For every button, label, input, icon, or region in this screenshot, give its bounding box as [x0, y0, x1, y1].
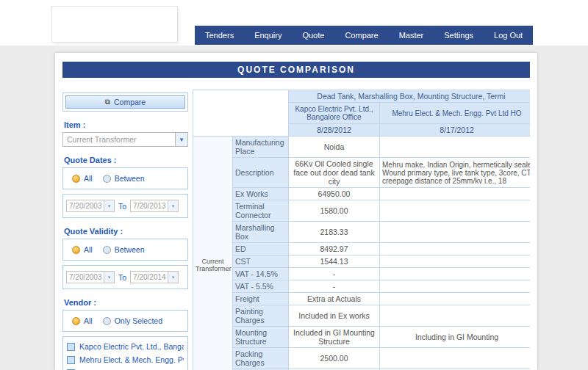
nav-item-master[interactable]: Master	[389, 26, 434, 45]
row-label-cell: Packing Charges	[233, 348, 289, 369]
quote-validity-between-radio[interactable]	[103, 246, 111, 254]
value-cell: Included in GI Mounting Structure	[289, 327, 380, 348]
value-cell: Included in Ex works	[289, 305, 380, 327]
comparison-table-viewport: Dead Tank, Marshalling Box, Mounting Str…	[193, 90, 530, 370]
row-label-cell: VAT - 14.5%	[233, 268, 289, 280]
vendor-list-item[interactable]: Southern Power Equipment Company P	[65, 366, 186, 370]
row-label-cell: Manufacturing Place	[233, 137, 289, 158]
quote-validity-all-radio[interactable]	[72, 246, 80, 254]
quote-validity-from-value: 7/20/2003	[67, 272, 104, 283]
value-cell	[380, 348, 531, 369]
chevron-down-icon[interactable]: ▾	[104, 272, 114, 283]
quote-validity-label: Quote Validity :	[64, 227, 187, 236]
quote-dates-all-radio[interactable]	[72, 175, 80, 183]
value-cell	[380, 305, 531, 327]
quote-dates-range: 7/20/2003 ▾ To 7/20/2013 ▾	[62, 194, 188, 218]
value-cell	[380, 280, 531, 293]
table-corner-cell	[193, 90, 289, 137]
value-cell	[380, 268, 531, 280]
value-cell: Noida	[289, 137, 380, 158]
table-row: Description 66Kv Oil Cooled single face …	[193, 158, 531, 188]
row-label-cell: Ex Works	[233, 188, 289, 200]
value-cell	[380, 243, 531, 255]
vendor-list-item[interactable]: Mehru Elect. & Mech. Engg. Pvt Ltd HO	[65, 353, 186, 366]
spec-header-cell: Dead Tank, Marshalling Box, Mounting Str…	[289, 90, 531, 103]
value-cell: -	[289, 280, 380, 293]
row-label-cell: ED	[233, 243, 289, 255]
main-navbar: Tenders Enquiry Quote Compare Master Set…	[195, 26, 533, 45]
table-row: Freight Extra at Actuals	[193, 293, 531, 305]
value-cell	[380, 293, 531, 305]
page-title: QUOTE COMPARISON	[62, 62, 530, 78]
nav-item-tenders[interactable]: Tenders	[195, 26, 244, 45]
quote-date-cell: 8/17/2012	[380, 124, 531, 137]
nav-item-enquiry[interactable]: Enquiry	[244, 26, 292, 45]
value-cell	[380, 137, 531, 158]
quote-dates-between-label: Between	[115, 174, 145, 183]
compare-icon: ⧉	[105, 98, 110, 106]
comparison-table: Dead Tank, Marshalling Box, Mounting Str…	[193, 90, 530, 370]
table-row: VAT - 14.5% -	[193, 268, 531, 280]
company-logo	[51, 6, 178, 43]
row-label-cell: CST	[233, 255, 289, 268]
item-dropdown-value: Current Transformer	[63, 133, 175, 146]
quote-dates-from-picker[interactable]: 7/20/2003 ▾	[66, 200, 115, 212]
row-label-cell: Marshalling Box	[233, 222, 289, 243]
vendor-all-radio[interactable]	[72, 317, 80, 325]
quote-validity-to-picker[interactable]: 7/20/2014 ▾	[130, 271, 179, 283]
content-panel: QUOTE COMPARISON ⧉ Compare Item : Curren…	[55, 53, 537, 370]
nav-item-settings[interactable]: Settings	[434, 26, 484, 45]
quote-dates-from-value: 7/20/2003	[67, 200, 104, 211]
compare-button[interactable]: ⧉ Compare	[65, 95, 185, 109]
vendor-only-selected-radio[interactable]	[103, 317, 111, 325]
row-label-cell: Painting Charges	[233, 305, 289, 327]
vendor-all-label: All	[84, 316, 93, 325]
quote-dates-label: Quote Dates :	[64, 156, 187, 164]
row-label-cell: VAT - 5.5%	[233, 280, 289, 293]
quote-validity-all-label: All	[84, 245, 93, 254]
vendor-name: Mehru Elect. & Mech. Engg. Pvt Ltd HO	[79, 355, 184, 364]
vendor-list: Kapco Electric Pvt. Ltd., Bangalore Offi…	[62, 336, 188, 370]
quote-dates-between-radio[interactable]	[103, 175, 111, 183]
table-row: Terminal Connector 1580.00	[193, 200, 531, 222]
nav-item-compare[interactable]: Compare	[334, 26, 388, 45]
vendor-only-selected-label: Only Selected	[115, 316, 162, 325]
chevron-down-icon[interactable]: ▾	[168, 272, 178, 283]
table-row: Ex Works 64950.00	[193, 188, 531, 200]
quote-dates-to-picker[interactable]: 7/20/2013 ▾	[130, 200, 179, 212]
quote-dates-to-value: 7/20/2013	[131, 200, 168, 211]
quote-dates-radio-group: All Between	[62, 167, 188, 189]
vendor-radio-group: All Only Selected	[62, 310, 188, 332]
spec-header-row: Dead Tank, Marshalling Box, Mounting Str…	[193, 90, 531, 103]
chevron-down-icon[interactable]: ▾	[104, 200, 114, 211]
table-row: ED 8492.97	[193, 243, 531, 255]
row-label-cell: Mounting Structure	[233, 327, 289, 348]
value-cell: 1580.00	[289, 200, 380, 222]
row-label-cell: Freight	[233, 293, 289, 305]
vendor-checkbox[interactable]	[67, 343, 75, 351]
value-cell	[380, 200, 531, 222]
table-row: Painting Charges Included in Ex works	[193, 305, 531, 327]
vendor-column-header: Mehru Elect. & Mech. Engg. Pvt Ltd HO	[380, 103, 531, 124]
chevron-down-icon[interactable]: ▼	[175, 133, 187, 146]
vendor-label: Vendor :	[64, 298, 187, 307]
row-label-cell: Description	[233, 158, 289, 188]
value-cell: 2500.00	[289, 348, 380, 369]
nav-item-logout[interactable]: Log Out	[484, 26, 533, 45]
quote-dates-all-label: All	[84, 174, 93, 183]
quote-validity-from-picker[interactable]: 7/20/2003 ▾	[66, 271, 115, 283]
quote-validity-to-value: 7/20/2014	[131, 272, 168, 283]
row-label-cell: Terminal Connector	[233, 200, 289, 222]
chevron-down-icon[interactable]: ▾	[168, 200, 178, 211]
quote-dates-to-label: To	[118, 202, 126, 211]
value-cell	[380, 255, 531, 268]
value-cell: Extra at Actuals	[289, 293, 380, 305]
quote-validity-to-label: To	[118, 273, 126, 282]
quote-validity-range: 7/20/2003 ▾ To 7/20/2014 ▾	[62, 265, 188, 289]
item-dropdown[interactable]: Current Transformer ▼	[62, 132, 188, 147]
value-cell: 2183.33	[289, 222, 380, 243]
value-cell: -	[289, 268, 380, 280]
vendor-checkbox[interactable]	[67, 356, 75, 364]
nav-item-quote[interactable]: Quote	[292, 26, 334, 45]
vendor-list-item[interactable]: Kapco Electric Pvt. Ltd., Bangalore Offi…	[65, 340, 186, 353]
